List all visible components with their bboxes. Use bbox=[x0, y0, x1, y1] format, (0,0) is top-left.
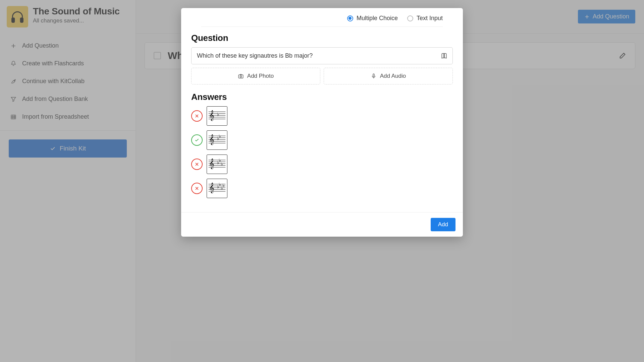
question-heading: Question bbox=[191, 33, 453, 43]
answers-heading: Answers bbox=[191, 92, 453, 102]
radio-text-input[interactable]: Text Input bbox=[407, 15, 443, 22]
add-audio-label: Add Audio bbox=[380, 73, 406, 79]
answer-correct-toggle[interactable] bbox=[191, 134, 203, 146]
modal-overlay[interactable]: Multiple Choice Text Input Question Add … bbox=[0, 0, 644, 362]
camera-icon bbox=[238, 73, 244, 79]
question-type-selector: Multiple Choice Text Input bbox=[201, 8, 443, 27]
answer-row: 𝄞 ♭ bbox=[191, 106, 453, 126]
svg-point-5 bbox=[240, 76, 241, 77]
svg-text:𝄞: 𝄞 bbox=[209, 182, 214, 193]
svg-text:𝄞: 𝄞 bbox=[209, 110, 214, 121]
answer-image[interactable]: 𝄞 ♭♭♭♭ bbox=[207, 179, 227, 198]
svg-text:♭: ♭ bbox=[222, 183, 225, 188]
answers-list: 𝄞 ♭ 𝄞 ♭♭ 𝄞 ♭♭♭ 𝄞 ♭♭♭♭ bbox=[191, 106, 453, 198]
submit-add-button[interactable]: Add bbox=[431, 218, 455, 231]
add-photo-label: Add Photo bbox=[247, 73, 274, 79]
radio-indicator bbox=[407, 15, 413, 21]
answer-correct-toggle[interactable] bbox=[191, 159, 203, 170]
add-question-modal: Multiple Choice Text Input Question Add … bbox=[181, 8, 463, 237]
add-photo-button[interactable]: Add Photo bbox=[191, 68, 320, 84]
svg-text:♭: ♭ bbox=[221, 162, 223, 167]
modal-footer: Add bbox=[181, 212, 463, 237]
answer-row: 𝄞 ♭♭♭♭ bbox=[191, 179, 453, 198]
svg-text:♭: ♭ bbox=[217, 112, 219, 117]
svg-text:𝄞: 𝄞 bbox=[209, 134, 214, 145]
add-audio-button[interactable]: Add Audio bbox=[324, 68, 453, 84]
svg-text:𝄞: 𝄞 bbox=[209, 158, 214, 169]
answer-row: 𝄞 ♭♭ bbox=[191, 130, 453, 150]
book-icon[interactable] bbox=[441, 53, 447, 59]
answer-image[interactable]: 𝄞 ♭♭♭ bbox=[207, 155, 227, 174]
radio-label: Multiple Choice bbox=[357, 15, 398, 22]
answer-correct-toggle[interactable] bbox=[191, 110, 203, 122]
answer-row: 𝄞 ♭♭♭ bbox=[191, 155, 453, 174]
answer-correct-toggle[interactable] bbox=[191, 183, 203, 194]
svg-rect-4 bbox=[238, 75, 243, 78]
radio-indicator bbox=[347, 15, 353, 21]
answer-image[interactable]: 𝄞 ♭ bbox=[207, 106, 227, 126]
svg-text:♭: ♭ bbox=[219, 134, 221, 139]
radio-multiple-choice[interactable]: Multiple Choice bbox=[347, 15, 398, 22]
radio-label: Text Input bbox=[417, 15, 443, 22]
svg-rect-6 bbox=[373, 74, 374, 76]
question-input[interactable] bbox=[191, 47, 453, 64]
answer-image[interactable]: 𝄞 ♭♭ bbox=[207, 130, 227, 150]
mic-icon bbox=[371, 73, 377, 79]
